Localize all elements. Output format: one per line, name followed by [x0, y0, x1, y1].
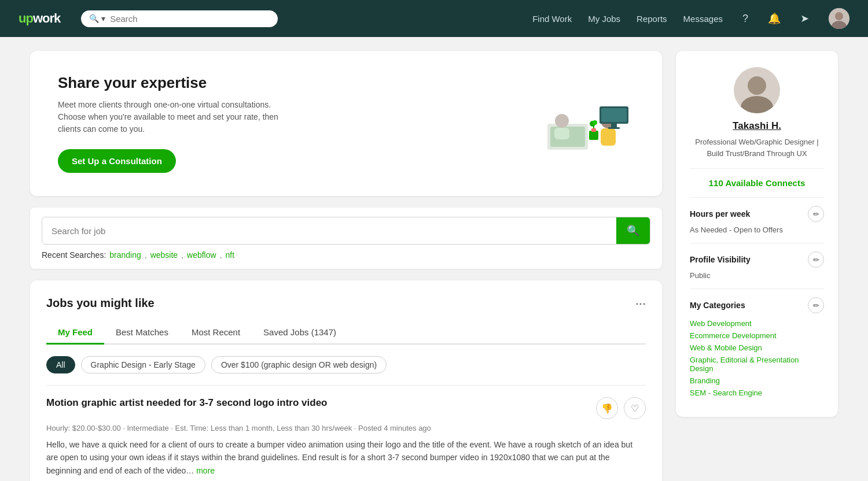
- recent-tag-webflow[interactable]: webflow: [187, 250, 216, 260]
- profile-name[interactable]: Takashi H.: [690, 120, 824, 132]
- filter-chips: All Graphic Design - Early Stage Over $1…: [46, 356, 646, 373]
- category-ecommerce[interactable]: Ecommerce Development: [690, 331, 824, 340]
- hours-stat-row: Hours per week ✏: [690, 206, 824, 222]
- visibility-stat-row: Profile Visibility ✏: [690, 251, 824, 268]
- hours-label: Hours per week: [690, 209, 750, 219]
- jobs-title: Jobs you might like: [46, 297, 155, 310]
- visibility-label: Profile Visibility: [690, 255, 751, 264]
- job-search-bar: 🔍: [42, 217, 650, 245]
- job-search-button[interactable]: 🔍: [616, 217, 650, 244]
- save-job-button[interactable]: ♡: [624, 397, 646, 419]
- sep-3: ,: [220, 250, 222, 260]
- profile-card: Takashi H. Professional Web/Graphic Desi…: [676, 51, 838, 417]
- nav-find-work[interactable]: Find Work: [532, 14, 572, 24]
- banner-illustration: [542, 89, 634, 158]
- svg-point-1: [835, 12, 843, 20]
- nav-links: Find Work My Jobs Reports Messages ? 🔔 ➤: [532, 8, 849, 29]
- chip-over-100[interactable]: Over $100 (graphic design OR web design): [211, 356, 387, 373]
- categories-label: My Categories: [690, 301, 745, 310]
- svg-point-19: [748, 76, 766, 95]
- jobs-more-button[interactable]: ···: [635, 297, 646, 310]
- category-graphic[interactable]: Graphic, Editorial & Presentation Design: [690, 356, 824, 373]
- category-web-dev[interactable]: Web Development: [690, 319, 824, 328]
- consultation-button[interactable]: Set Up a Consultation: [58, 149, 176, 173]
- visibility-edit-button[interactable]: ✏: [808, 251, 824, 268]
- recent-tag-branding[interactable]: branding: [109, 250, 141, 260]
- svg-point-5: [555, 114, 569, 128]
- jobs-card: Jobs you might like ··· My Feed Best Mat…: [30, 280, 662, 481]
- tab-my-feed[interactable]: My Feed: [46, 321, 104, 345]
- search-bar-container: 🔍 ▾: [81, 10, 278, 27]
- category-sem[interactable]: SEM - Search Engine: [690, 388, 824, 397]
- dislike-button[interactable]: 👎: [596, 397, 618, 419]
- notifications-icon[interactable]: 🔔: [768, 12, 781, 25]
- categories-section: My Categories ✏ Web Development Ecommerc…: [690, 288, 824, 397]
- job-description: Hello, we have a quick need for a client…: [46, 438, 646, 477]
- svg-rect-17: [608, 127, 620, 129]
- main-layout: Share your expertise Meet more clients t…: [12, 37, 856, 481]
- category-branding[interactable]: Branding: [690, 376, 824, 385]
- logo[interactable]: upwork: [19, 11, 60, 26]
- hours-edit-button[interactable]: ✏: [808, 206, 824, 222]
- recent-tag-website[interactable]: website: [150, 250, 178, 260]
- chip-all[interactable]: All: [46, 356, 75, 373]
- visibility-stat: Profile Visibility ✏ Public: [690, 243, 824, 288]
- recent-searches-label: Recent Searches:: [42, 250, 106, 260]
- job-actions: 👎 ♡: [596, 397, 646, 419]
- job-item-header: Motion graphic artist needed for 3-7 sec…: [46, 397, 646, 419]
- job-more-link[interactable]: more: [196, 466, 215, 475]
- chip-graphic-design[interactable]: Graphic Design - Early Stage: [81, 356, 205, 373]
- tab-saved-jobs[interactable]: Saved Jobs (1347): [252, 321, 348, 345]
- profile-avatar: [734, 67, 780, 113]
- banner-title: Share your expertise: [58, 74, 301, 92]
- job-title[interactable]: Motion graphic artist needed for 3-7 sec…: [46, 397, 328, 409]
- categories-header: My Categories ✏: [690, 297, 824, 313]
- search-input[interactable]: [110, 14, 260, 24]
- hours-value: As Needed - Open to Offers: [690, 225, 783, 234]
- tab-best-matches[interactable]: Best Matches: [104, 321, 180, 345]
- nav-messages[interactable]: Messages: [683, 14, 723, 24]
- nav-my-jobs[interactable]: My Jobs: [588, 14, 620, 24]
- help-icon[interactable]: ?: [742, 13, 748, 25]
- visibility-value: Public: [690, 271, 710, 280]
- recent-searches: Recent Searches: branding, website, webf…: [42, 250, 650, 260]
- nav-reports[interactable]: Reports: [637, 14, 667, 24]
- svg-rect-8: [591, 128, 596, 132]
- jobs-header: Jobs you might like ···: [46, 297, 646, 310]
- job-meta: Hourly: $20.00-$30.00 · Intermediate · E…: [46, 424, 646, 432]
- cursor-icon: ➤: [800, 12, 809, 25]
- connects-count[interactable]: 110 Available Connects: [690, 168, 824, 188]
- sep-1: ,: [145, 250, 147, 260]
- tabs: My Feed Best Matches Most Recent Saved J…: [46, 321, 646, 345]
- job-search-input[interactable]: [42, 219, 616, 243]
- svg-rect-16: [611, 124, 617, 127]
- main-content: Share your expertise Meet more clients t…: [30, 51, 662, 481]
- svg-point-11: [593, 120, 597, 125]
- tab-most-recent[interactable]: Most Recent: [180, 321, 252, 345]
- hours-per-week-stat: Hours per week ✏ As Needed - Open to Off…: [690, 197, 824, 243]
- banner-text: Share your expertise Meet more clients t…: [58, 74, 301, 173]
- svg-rect-7: [589, 131, 598, 140]
- job-item: Motion graphic artist needed for 3-7 sec…: [46, 385, 646, 481]
- profile-title: Professional Web/Graphic Designer | Buil…: [690, 136, 824, 159]
- sep-2: ,: [181, 250, 183, 260]
- avatar[interactable]: [829, 8, 849, 29]
- search-dropdown-icon[interactable]: 🔍 ▾: [89, 14, 105, 23]
- svg-rect-13: [601, 128, 616, 146]
- sidebar: Takashi H. Professional Web/Graphic Desi…: [676, 51, 838, 481]
- recent-tag-nft[interactable]: nft: [226, 250, 235, 260]
- categories-edit-button[interactable]: ✏: [808, 297, 824, 313]
- category-web-mobile[interactable]: Web & Mobile Design: [690, 343, 824, 352]
- search-section: 🔍 Recent Searches: branding, website, we…: [30, 208, 662, 269]
- navbar: upwork 🔍 ▾ Find Work My Jobs Reports Mes…: [0, 0, 868, 37]
- banner-card: Share your expertise Meet more clients t…: [30, 51, 662, 196]
- svg-rect-15: [601, 108, 627, 122]
- banner-description: Meet more clients through one-on-one vir…: [58, 99, 301, 135]
- svg-rect-6: [554, 128, 569, 139]
